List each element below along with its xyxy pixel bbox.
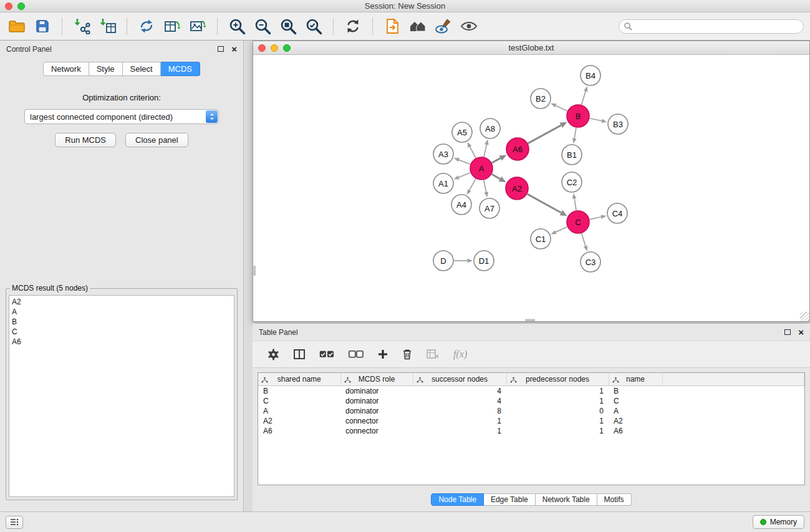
graph-node-B[interactable]: B	[567, 105, 589, 127]
graph-node-A4[interactable]: A4	[451, 195, 471, 215]
table-cell[interactable]: B	[609, 385, 662, 396]
network-graph[interactable]: AA1A2A3A4A5A6A7A8BB1B2B3B4CC1C2C3C4DD1	[253, 55, 809, 321]
close-panel-icon[interactable]: ×	[231, 44, 237, 54]
graph-edge-A-A8[interactable]	[484, 145, 486, 157]
mcds-result-item[interactable]: A	[12, 307, 231, 317]
save-session-button[interactable]	[32, 15, 53, 37]
float-table-panel-icon[interactable]	[784, 329, 791, 335]
tab-select[interactable]: Select	[123, 62, 161, 76]
show-columns-button[interactable]	[294, 349, 305, 359]
table-row[interactable]: Adominator80A	[258, 406, 804, 416]
graph-edge-A6-B[interactable]	[528, 125, 561, 143]
delete-table-button[interactable]	[427, 349, 439, 359]
tab-node-table[interactable]: Node Table	[431, 493, 484, 506]
table-cell[interactable]: A	[609, 406, 662, 416]
graph-node-A5[interactable]: A5	[452, 122, 472, 142]
graph-edge-A-A5[interactable]	[470, 147, 476, 158]
graph-node-C2[interactable]: C2	[562, 172, 582, 192]
graph-edge-B-B3[interactable]	[590, 118, 602, 121]
network-window-titlebar[interactable]: testGlobe.txt	[253, 41, 809, 55]
table-cell[interactable]: A2	[258, 416, 340, 426]
table-cell[interactable]: 1	[506, 396, 609, 406]
table-cell[interactable]: 4	[413, 385, 506, 396]
graph-node-B1[interactable]: B1	[562, 145, 582, 165]
table-cell[interactable]: connector	[340, 416, 413, 426]
dropdown-stepper-icon[interactable]	[206, 110, 218, 123]
table-cell[interactable]: 4	[413, 396, 506, 406]
table-cell[interactable]: 1	[506, 416, 609, 426]
open-session-button[interactable]	[6, 15, 27, 37]
column-header-shared-name[interactable]: shared name	[258, 373, 340, 385]
tab-motifs[interactable]: Motifs	[597, 493, 632, 506]
close-panel-button[interactable]: Close panel	[125, 133, 188, 147]
mcds-result-item[interactable]: A6	[12, 337, 231, 347]
graph-edge-C-C1[interactable]	[556, 227, 567, 232]
graph-edge-A-A2[interactable]	[492, 174, 500, 179]
select-all-button[interactable]	[319, 351, 334, 358]
graph-node-C[interactable]: C	[567, 211, 589, 233]
graph-edge-C-C4[interactable]	[590, 217, 602, 220]
deselect-all-button[interactable]	[349, 351, 364, 358]
table-row[interactable]: Cdominator41C	[258, 396, 804, 406]
graph-edge-C-C3[interactable]	[582, 233, 586, 246]
zoom-in-button[interactable]	[226, 15, 248, 37]
column-header-name[interactable]: name	[609, 373, 662, 385]
graph-node-B2[interactable]: B2	[531, 89, 551, 109]
search-field[interactable]	[619, 19, 804, 34]
graph-node-A1[interactable]: A1	[433, 173, 453, 193]
table-cell[interactable]: C	[609, 396, 662, 406]
graph-node-A3[interactable]: A3	[433, 144, 453, 164]
import-table-button[interactable]	[97, 15, 118, 37]
column-header-MCDS-role[interactable]: MCDS role	[340, 373, 413, 385]
add-column-button[interactable]	[378, 349, 388, 359]
graph-node-C4[interactable]: C4	[607, 203, 627, 223]
table-cell[interactable]: connector	[340, 426, 413, 436]
show-panels-button[interactable]	[6, 516, 23, 529]
table-cell[interactable]: 1	[413, 416, 506, 426]
column-header-successor-nodes[interactable]: successor nodes	[413, 373, 506, 385]
delete-column-button[interactable]	[402, 349, 412, 360]
table-cell[interactable]: A	[258, 406, 340, 416]
graph-node-A8[interactable]: A8	[480, 118, 500, 138]
network-canvas[interactable]: AA1A2A3A4A5A6A7A8BB1B2B3B4CC1C2C3C4DD1	[253, 55, 809, 321]
tab-network-table[interactable]: Network Table	[536, 493, 597, 506]
show-graphics-details-button[interactable]	[458, 15, 480, 37]
table-settings-button[interactable]	[268, 349, 279, 360]
table-cell[interactable]: 1	[506, 426, 609, 436]
graph-node-C3[interactable]: C3	[581, 252, 600, 272]
apply-layout-button[interactable]	[342, 15, 364, 37]
column-header-predecessor-nodes[interactable]: predecessor nodes	[506, 373, 609, 385]
zoom-fit-button[interactable]	[277, 15, 299, 37]
apply-style-button[interactable]	[433, 15, 454, 37]
graph-edge-A-A7[interactable]	[484, 180, 486, 192]
search-input[interactable]	[635, 22, 799, 31]
table-cell[interactable]: dominator	[340, 406, 413, 416]
table-cell[interactable]: 1	[506, 385, 609, 396]
memory-button[interactable]: Memory	[753, 515, 804, 529]
graph-node-C1[interactable]: C1	[531, 229, 551, 249]
graph-edge-A-A6[interactable]	[492, 158, 501, 163]
graph-edge-B-B1[interactable]	[574, 128, 576, 138]
table-row[interactable]: A6connector11A6	[258, 426, 804, 436]
graph-node-D1[interactable]: D1	[474, 251, 494, 271]
graph-edge-A-A3[interactable]	[459, 160, 470, 164]
table-cell[interactable]: A2	[609, 416, 662, 426]
mcds-result-item[interactable]: B	[12, 317, 231, 327]
graph-edge-B-B4[interactable]	[582, 91, 586, 105]
table-cell[interactable]: 0	[506, 406, 609, 416]
table-cell[interactable]: B	[258, 385, 340, 396]
table-row[interactable]: Bdominator41B	[258, 385, 804, 396]
graph-edge-A2-C[interactable]	[528, 194, 561, 213]
mcds-result-list[interactable]: A2ABCA6	[9, 295, 234, 497]
table-cell[interactable]: C	[258, 396, 340, 406]
graph-edge-C-C2[interactable]	[574, 198, 576, 210]
mcds-result-item[interactable]: A2	[12, 297, 231, 307]
criterion-dropdown[interactable]: largest connected component (directed)	[24, 109, 219, 124]
function-builder-button[interactable]: f(x)	[453, 349, 467, 360]
graph-node-A7[interactable]: A7	[480, 198, 499, 218]
table-cell[interactable]: dominator	[340, 396, 413, 406]
vertical-scroll-indicator[interactable]	[254, 266, 256, 276]
zoom-out-button[interactable]	[252, 15, 273, 37]
graph-edge-B-B2[interactable]	[556, 105, 567, 111]
document-action-button[interactable]	[382, 15, 403, 37]
